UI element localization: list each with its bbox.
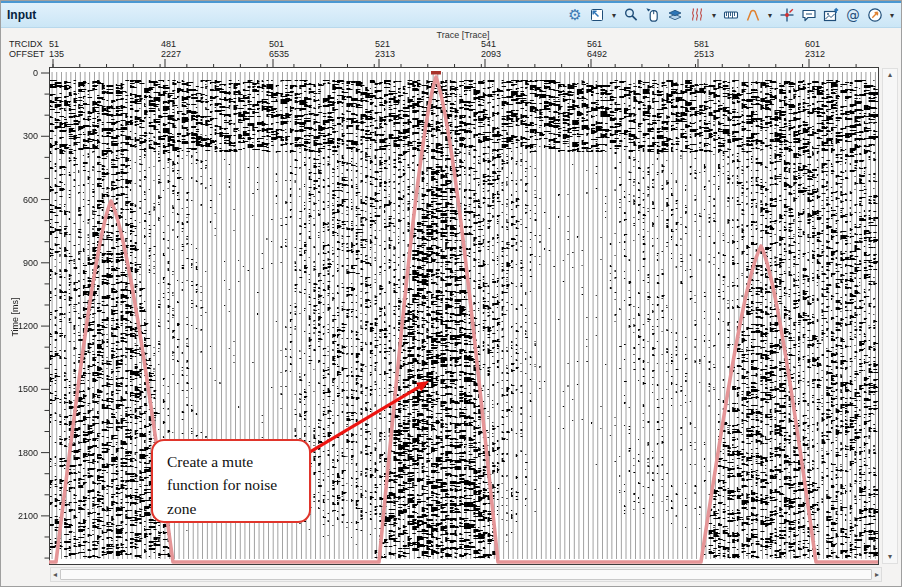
scroll-down-arrow-icon[interactable]: ▾ [886,551,894,563]
time-tick-label: 900 [8,258,38,268]
dropdown-chevron-icon[interactable]: ▾ [610,11,618,20]
offset-value: 2513 [694,49,714,59]
trcidx-value: 501 [269,39,284,49]
horizontal-scroll-thumb[interactable] [60,569,872,580]
time-tick-label: 0 [8,68,38,78]
at-sign-icon[interactable]: @ [844,6,862,25]
offset-row-label: OFFSET [9,49,45,59]
navigate-compass-icon[interactable] [866,6,884,25]
time-tick-label: 1800 [8,448,38,458]
time-tick-label: 300 [8,131,38,141]
trcidx-value: 601 [805,39,820,49]
toolbar: ⚙▾▾▾@▾ [566,6,901,25]
export-image-icon[interactable] [822,6,840,25]
offset-value: 2227 [161,49,181,59]
offset-value: 6492 [587,49,607,59]
trcidx-value: 51 [49,39,59,49]
time-tick-label: 2100 [8,511,38,521]
trcidx-value: 581 [694,39,709,49]
dropdown-chevron-icon[interactable]: ▾ [710,11,718,20]
trcidx-row-label: TRCIDX [9,39,43,49]
offset-value: 2312 [805,49,825,59]
trcidx-value: 541 [481,39,496,49]
comment-icon[interactable] [800,6,818,25]
scroll-right-arrow-icon[interactable]: ▸ [873,569,881,581]
mute-callout-text: Create a mute function for noise zone [167,453,277,517]
offset-value: 135 [49,49,64,59]
dropdown-chevron-icon[interactable]: ▾ [766,11,774,20]
trcidx-value: 481 [161,39,176,49]
zoom-icon[interactable] [622,6,640,25]
time-tick-label: 1500 [8,384,38,394]
vertical-scrollbar[interactable]: ▴ ▾ [882,68,898,564]
titlebar: Input ⚙▾▾▾@▾ [1,1,901,28]
horizontal-scrollbar[interactable]: ◂ ▸ [50,567,882,582]
offset-value: 2313 [375,49,395,59]
offset-value: 2093 [481,49,501,59]
gain-ruler-icon[interactable] [722,6,740,25]
scroll-up-arrow-icon[interactable]: ▴ [886,69,894,81]
dropdown-chevron-icon[interactable]: ▾ [888,11,896,20]
time-tick-label: 1200 [8,321,38,331]
mute-polygon-icon[interactable] [744,6,762,25]
pick-crosshair-icon[interactable] [778,6,796,25]
mute-callout: Create a mute function for noise zone [151,439,311,523]
offset-value: 6535 [269,49,289,59]
mouse-select-icon[interactable] [644,6,662,25]
scroll-left-arrow-icon[interactable]: ◂ [51,569,59,581]
layers-icon[interactable] [666,6,684,25]
svg-text:@: @ [846,7,860,23]
trcidx-value: 561 [587,39,602,49]
fit-view-icon[interactable] [588,6,606,25]
settings-gear-icon[interactable]: ⚙ [566,6,584,25]
seismic-display-window: Input ⚙▾▾▾@▾ Trace [Trace] TRCIDX OFFSET… [0,0,902,587]
time-tick-label: 600 [8,195,38,205]
trcidx-value: 521 [375,39,390,49]
window-title: Input [1,8,36,22]
wiggle-display-icon[interactable] [688,6,706,25]
